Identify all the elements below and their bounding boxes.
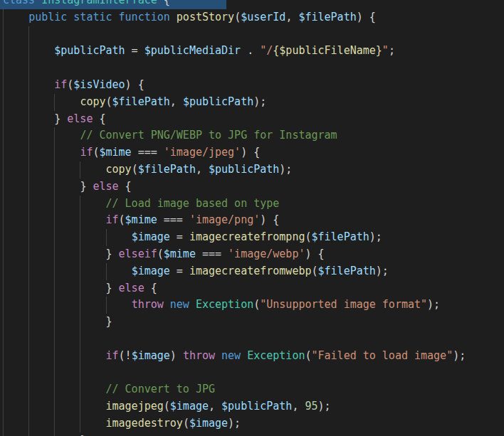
code-token: // Load image based on type <box>106 197 280 210</box>
code-token: new <box>221 349 241 362</box>
indent-guide <box>28 314 54 331</box>
code-token: 'image/png' <box>189 213 260 226</box>
indent-guide <box>28 297 54 314</box>
code-token: . <box>241 44 260 57</box>
indent-guide <box>3 161 28 179</box>
indent-guide <box>54 263 80 280</box>
code-token <box>35 0 41 6</box>
code-token: class <box>3 0 35 6</box>
code-line <box>3 331 504 348</box>
code-line: $publicPath = $publicMediaDir . "/{$publ… <box>3 43 504 60</box>
code-token: = <box>170 265 189 277</box>
code-token: ( <box>119 213 125 226</box>
code-token: $publicPath <box>183 95 253 108</box>
code-token: ( <box>106 95 112 108</box>
code-token: if <box>80 146 93 159</box>
code-line: } else { <box>3 179 504 196</box>
indent-guide <box>80 398 105 415</box>
code-token: InstagramInterface <box>41 0 157 6</box>
indent-guide <box>80 415 105 432</box>
indent-guide <box>54 331 80 348</box>
code-token: $mime <box>164 248 196 260</box>
indent-guide <box>28 26 54 43</box>
code-token: (! <box>119 349 132 362</box>
code-token: } <box>106 315 112 328</box>
indent-guide <box>28 77 54 94</box>
code-token: $publicPath <box>209 163 279 176</box>
code-line <box>3 365 504 382</box>
indent-guide <box>28 365 54 382</box>
code-token <box>170 11 177 23</box>
code-token: { <box>119 180 132 193</box>
indent-guide <box>3 381 28 398</box>
code-token: , <box>170 95 183 108</box>
code-token: $mime <box>125 213 157 226</box>
code-line: copy($filePath, $publicPath); <box>3 94 504 111</box>
code-token: $isVideo <box>73 78 125 91</box>
indent-guide <box>80 229 105 246</box>
code-token: { <box>157 0 170 6</box>
indent-guide <box>106 229 132 246</box>
indent-guide <box>80 365 105 382</box>
indent-guide <box>3 9 28 26</box>
code-token: $image <box>132 265 170 277</box>
code-token <box>189 298 196 311</box>
indent-guide <box>3 212 28 229</box>
indent-guide <box>54 144 80 161</box>
code-line: $image = imagecreatefrompng($filePath); <box>3 229 504 246</box>
indent-guide <box>54 297 80 314</box>
indent-guide <box>54 314 80 331</box>
code-token: else <box>119 282 145 294</box>
code-area[interactable]: class InstagramInterface { public static… <box>3 0 504 436</box>
indent-guide <box>28 432 54 436</box>
code-editor[interactable]: class InstagramInterface { public static… <box>0 0 504 436</box>
indent-guide <box>54 94 80 111</box>
code-line: public static function postStory($userId… <box>3 9 504 26</box>
code-line: } else { <box>3 280 504 297</box>
code-token: ; <box>389 44 395 57</box>
code-token: copy <box>106 163 132 176</box>
code-token: , <box>209 400 221 413</box>
code-token: "Failed to load image" <box>312 349 453 362</box>
code-token: ) { <box>305 248 324 260</box>
code-token: ); <box>453 349 466 362</box>
indent-guide <box>54 246 80 263</box>
indent-guide <box>3 415 28 432</box>
code-line: // Load image based on type <box>3 196 504 213</box>
code-token: postStory <box>177 11 234 23</box>
code-token: === <box>157 213 189 226</box>
indent-guide <box>80 246 105 263</box>
code-token: $publicPath <box>221 400 292 413</box>
code-token: $image <box>132 230 170 243</box>
indent-guide <box>28 212 54 229</box>
indent-guide <box>28 94 54 111</box>
indent-guide <box>28 43 54 60</box>
indent-guide <box>54 365 80 382</box>
indent-guide <box>80 297 105 314</box>
indent-guide <box>54 348 80 365</box>
code-token: elseif <box>119 248 157 260</box>
indent-guide <box>3 432 28 436</box>
code-token: new <box>170 298 189 311</box>
code-token: ); <box>253 95 266 108</box>
code-token: ( <box>132 163 138 176</box>
indent-guide <box>3 331 28 348</box>
indent-guide <box>3 280 28 297</box>
code-line: class InstagramInterface { <box>3 0 504 9</box>
code-token: ); <box>369 230 382 243</box>
code-token: else <box>67 112 93 125</box>
indent-guide <box>28 246 54 263</box>
code-token: // Convert to JPG <box>106 383 216 395</box>
indent-guide <box>3 196 28 213</box>
code-token: imagejpeg <box>106 400 164 413</box>
code-token: 'image/webp' <box>228 248 305 260</box>
code-token: Exception <box>247 349 305 362</box>
code-token: ) { <box>260 213 279 226</box>
indent-guide <box>3 365 28 382</box>
code-token: throw <box>183 349 215 362</box>
code-line: } elseif($mime === 'image/webp') { <box>3 246 504 263</box>
indent-guide <box>3 60 28 77</box>
indent-guide <box>80 331 105 348</box>
indent-guide <box>28 196 54 213</box>
code-token: = <box>125 44 145 57</box>
